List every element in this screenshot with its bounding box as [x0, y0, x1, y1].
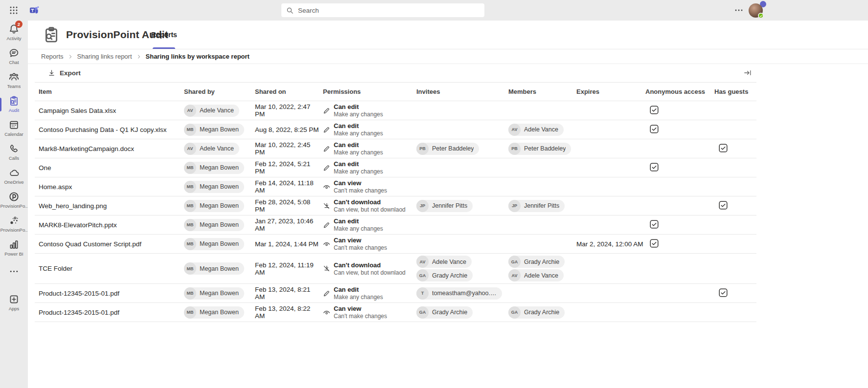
persona-pill: GA Grady Archie	[508, 306, 565, 319]
column-header-has-guests[interactable]: Has guests	[710, 88, 756, 95]
column-header-shared-by[interactable]: Shared by	[180, 88, 251, 95]
column-header-anonymous-access[interactable]: Anonymous access	[641, 88, 710, 95]
avatar-initials: MB	[184, 124, 196, 136]
persona-pill: MB Megan Bowen	[184, 238, 244, 250]
anonymous-access-checkbox[interactable]	[650, 163, 659, 172]
persona-name: Megan Bowen	[200, 309, 239, 316]
persona-pill: AV Adele Vance	[508, 269, 564, 281]
column-header-shared-on[interactable]: Shared on	[251, 88, 319, 95]
breadcrumb-item[interactable]: Sharing links report	[77, 53, 132, 60]
column-header-members[interactable]: Members	[504, 88, 572, 95]
table-row: Web_hero_landing.png MB Megan Bowen Feb …	[35, 196, 756, 216]
permission-title: Can edit	[334, 286, 383, 293]
persona-pill: GA Grady Archie	[416, 269, 473, 281]
item-name: Contoso Quad Customer Script.pdf	[35, 240, 180, 248]
rail-item-activity[interactable]: 2 Activity	[0, 21, 28, 44]
persona-pill: MB Megan Bowen	[184, 181, 244, 193]
rail-item-calendar[interactable]: Calendar	[0, 116, 28, 140]
has-guests-checkbox[interactable]	[719, 201, 728, 210]
search-box[interactable]	[281, 3, 484, 17]
add-app-icon	[9, 294, 19, 304]
arrow-to-bar-icon[interactable]	[744, 69, 752, 77]
rail-item-chat[interactable]: Chat	[0, 44, 28, 68]
main-content: ProvisionPoint Audit Reports ReportsShar…	[28, 21, 868, 388]
anonymous-access-checkbox[interactable]	[650, 106, 659, 114]
persona-name: Megan Bowen	[200, 202, 239, 209]
permission-title: Can't download	[334, 261, 406, 269]
avatar[interactable]	[749, 3, 763, 18]
rail-item-teams[interactable]: Teams	[0, 68, 28, 92]
column-header-invitees[interactable]: Invitees	[412, 88, 504, 95]
persona-name: Adele Vance	[200, 145, 234, 152]
rail-item-power-bi[interactable]: Power BI	[0, 236, 28, 260]
members-cell: PB Peter Baddeley	[504, 143, 572, 155]
breadcrumb: ReportsSharing links reportSharing links…	[28, 49, 868, 64]
teams-logo[interactable]	[29, 5, 39, 15]
has-guests-checkbox[interactable]	[719, 288, 728, 297]
download-icon	[48, 69, 55, 77]
provisionpoint-dots-icon	[9, 216, 19, 226]
no-download-icon	[323, 265, 330, 272]
members-cell: AV Adele Vance	[504, 124, 572, 136]
eye-icon	[323, 240, 330, 248]
column-header-permissions[interactable]: Permissions	[319, 88, 412, 95]
table-row: TCE Folder MB Megan Bowen Feb 12, 2024, …	[35, 254, 756, 284]
rail-item-label: Teams	[7, 84, 21, 89]
persona-pill: GA Grady Archie	[508, 256, 565, 268]
export-label: Export	[60, 69, 81, 77]
anonymous-access-checkbox[interactable]	[650, 125, 659, 133]
table-row: MARK8-ElevatorPitch.pptx MB Megan Bowen …	[35, 216, 756, 235]
power-bi-icon	[9, 239, 19, 250]
shared-on-date: Aug 8, 2022, 8:25 PM	[251, 126, 319, 133]
has-guests-checkbox[interactable]	[719, 144, 728, 152]
anonymous-access-cell	[641, 163, 710, 173]
column-header-item[interactable]: Item	[35, 88, 180, 95]
more-options-button[interactable]	[734, 6, 744, 14]
permission-subtitle: Make any changes	[334, 149, 383, 156]
table-row: Home.aspx MB Megan Bowen Feb 14, 2024, 1…	[35, 177, 756, 196]
chat-icon	[9, 48, 19, 58]
rail-item-more[interactable]	[0, 260, 28, 284]
members-cell: GA Grady Archie	[504, 306, 572, 319]
rail-item-provisionpoint-1[interactable]: ProvisionPo...	[0, 188, 28, 212]
anonymous-access-checkbox[interactable]	[650, 220, 659, 229]
onedrive-cloud-icon	[9, 168, 19, 178]
shared-by-cell: MB Megan Bowen	[180, 124, 251, 136]
permission-subtitle: Make any changes	[334, 130, 383, 137]
persona-pill: AV Adele Vance	[184, 105, 239, 117]
no-download-icon	[323, 202, 330, 210]
rail-item-apps[interactable]: Apps	[0, 291, 28, 315]
permissions-cell: Can edit Make any changes	[319, 103, 412, 118]
shared-on-date: Mar 1, 2024, 1:44 PM	[251, 240, 319, 248]
search-input[interactable]	[298, 7, 480, 14]
persona-name: Adele Vance	[200, 107, 234, 114]
tab-reports[interactable]: Reports	[150, 21, 178, 49]
breadcrumb-item[interactable]: Reports	[41, 53, 64, 60]
item-name: Home.aspx	[35, 183, 180, 191]
rail-item-audit[interactable]: Audit	[0, 92, 28, 116]
persona-pill: PB Peter Baddeley	[416, 143, 479, 155]
rail-item-provisionpoint-2[interactable]: ProvisionPo...	[0, 212, 28, 236]
avatar-initials: PB	[416, 143, 429, 155]
waffle-menu-button[interactable]	[9, 5, 19, 15]
rail-item-calls[interactable]: Calls	[0, 140, 28, 164]
persona-name: Megan Bowen	[200, 126, 239, 133]
permission-title: Can view	[334, 305, 387, 312]
rail-item-onedrive[interactable]: OneDrive	[0, 164, 28, 188]
anonymous-access-checkbox[interactable]	[650, 239, 659, 248]
shared-by-cell: MB Megan Bowen	[180, 200, 251, 212]
permissions-cell: Can edit Make any changes	[319, 160, 412, 175]
provisionpoint-audit-app-icon	[43, 26, 60, 43]
shared-by-cell: MB Megan Bowen	[180, 238, 251, 250]
export-button[interactable]: Export	[48, 69, 81, 77]
column-header-expires[interactable]: Expires	[572, 88, 641, 95]
item-name: Contoso Purchasing Data - Q1 KJ copy.xls…	[35, 126, 180, 133]
permission-subtitle: Can view, but not downlaod	[334, 269, 406, 276]
persona-name: Grady Archie	[432, 272, 467, 279]
teams-people-icon	[9, 72, 19, 82]
persona-name: Grady Archie	[432, 309, 467, 316]
item-name: One	[35, 164, 180, 172]
shared-on-date: Mar 10, 2022, 2:45 PM	[251, 141, 319, 156]
persona-pill: T tomeastham@yahoo.co.uk	[416, 287, 502, 300]
avatar-initials: AV	[184, 143, 196, 155]
